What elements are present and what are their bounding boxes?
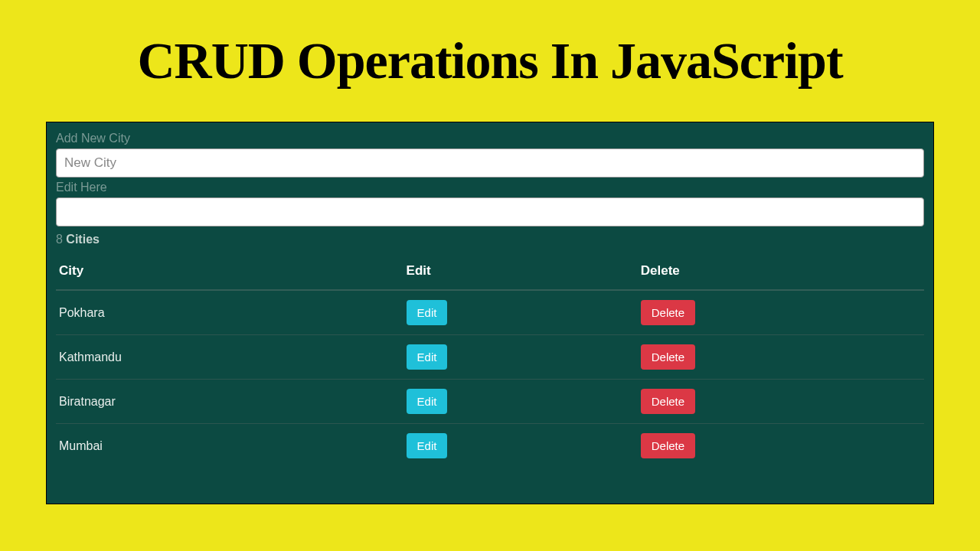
edit-button[interactable]: Edit bbox=[407, 433, 448, 458]
delete-button[interactable]: Delete bbox=[641, 300, 695, 325]
edit-button[interactable]: Edit bbox=[407, 300, 448, 325]
edit-city-input[interactable] bbox=[56, 197, 924, 227]
header-delete: Delete bbox=[638, 253, 924, 290]
cities-count: 8 Cities bbox=[56, 233, 924, 246]
delete-button[interactable]: Delete bbox=[641, 433, 695, 458]
city-cell: Kathmandu bbox=[56, 335, 403, 380]
page-title: CRUD Operations In JavaScript bbox=[46, 31, 934, 91]
header-city: City bbox=[56, 253, 403, 290]
count-number: 8 bbox=[56, 233, 63, 246]
city-cell: Pokhara bbox=[56, 290, 403, 335]
edit-button[interactable]: Edit bbox=[407, 389, 448, 414]
count-word: Cities bbox=[66, 233, 100, 246]
city-cell: Mumbai bbox=[56, 424, 403, 468]
cities-table: City Edit Delete Pokhara Edit Delete Kat… bbox=[56, 253, 924, 468]
delete-button[interactable]: Delete bbox=[641, 344, 695, 370]
edit-city-label: Edit Here bbox=[56, 181, 924, 194]
crud-panel: Add New City Edit Here 8 Cities City Edi… bbox=[46, 122, 934, 504]
table-row: Kathmandu Edit Delete bbox=[56, 335, 924, 380]
header-edit: Edit bbox=[403, 253, 638, 290]
table-row: Biratnagar Edit Delete bbox=[56, 380, 924, 424]
table-row: Mumbai Edit Delete bbox=[56, 424, 924, 468]
add-city-label: Add New City bbox=[56, 132, 924, 145]
add-city-input[interactable] bbox=[56, 148, 924, 178]
delete-button[interactable]: Delete bbox=[641, 389, 695, 414]
edit-button[interactable]: Edit bbox=[407, 344, 448, 370]
table-row: Pokhara Edit Delete bbox=[56, 290, 924, 335]
city-cell: Biratnagar bbox=[56, 380, 403, 424]
